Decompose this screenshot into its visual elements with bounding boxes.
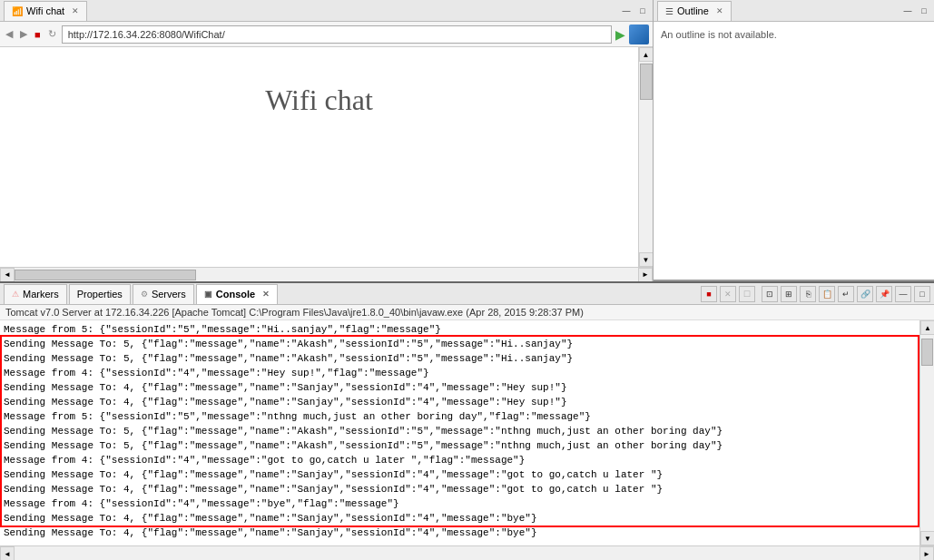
log-line: Message from 5: {"sessionId":"5","messag…	[4, 409, 916, 424]
copy-button[interactable]: ⎘	[800, 286, 816, 302]
outline-tab-icon: ☰	[665, 6, 673, 16]
h-scroll-track[interactable]	[15, 269, 638, 281]
minimize-console-button[interactable]: —	[895, 286, 911, 302]
console-scroll-up[interactable]: ▲	[920, 320, 934, 335]
console-close-button[interactable]: ✕	[262, 290, 270, 299]
log-line: Sending Message To: 4, {"flag":"message"…	[4, 467, 916, 482]
log-line: Sending Message To: 4, {"flag":"message"…	[4, 395, 916, 409]
log-line: Sending Message To: 4, {"flag":"message"…	[4, 511, 916, 526]
browser-icon[interactable]	[629, 25, 649, 44]
disconnect-button[interactable]: ✕	[720, 286, 736, 302]
log-line: Sending Message To: 4, {"flag":"message"…	[4, 482, 916, 496]
console-h-track[interactable]	[15, 546, 919, 560]
restore-button[interactable]: □	[636, 5, 649, 17]
scroll-right-button[interactable]: ►	[638, 268, 653, 282]
browser-tab-bar: 📶 Wifi chat ✕ — □	[0, 0, 653, 22]
back-button[interactable]: ◀	[4, 28, 15, 40]
refresh-button[interactable]: ↻	[46, 28, 58, 40]
paste-button[interactable]: 📋	[819, 286, 835, 302]
console-tab-label: Console	[216, 289, 255, 300]
browser-panel: 📶 Wifi chat ✕ — □ ◀ ▶ ■ ↻ ▶ Wifi chat	[0, 0, 654, 281]
console-container: ⚠ Markers Properties ⚙ Servers ▣ Console…	[0, 281, 934, 560]
console-log-wrapper: Message from 5: {"sessionId":"5","messag…	[0, 320, 934, 545]
scroll-lock-button[interactable]: ⊡	[762, 286, 778, 302]
forward-button[interactable]: ▶	[18, 28, 29, 40]
wifi-chat-tab[interactable]: 📶 Wifi chat ✕	[4, 1, 87, 21]
scroll-up-button[interactable]: ▲	[639, 47, 654, 62]
markers-tab-label: Markers	[23, 289, 59, 300]
log-line: Sending Message To: 4, {"flag":"message"…	[4, 380, 916, 395]
log-line: Sending Message To: 5, {"flag":"message"…	[4, 424, 916, 438]
console-scroll-right[interactable]: ►	[919, 546, 934, 560]
servers-icon: ⚙	[141, 290, 148, 299]
outline-tab[interactable]: ☰ Outline ✕	[657, 1, 732, 21]
page-heading: Wifi chat	[265, 84, 373, 117]
log-line: Message from 4: {"sessionId":"4","messag…	[4, 453, 916, 467]
horizontal-scrollbar[interactable]: ◄ ►	[0, 267, 653, 281]
outline-window-controls: — □	[901, 5, 930, 17]
log-line: Message from 4: {"sessionId":"4","messag…	[4, 366, 916, 380]
console-horizontal-scrollbar[interactable]: ◄ ►	[0, 545, 934, 560]
outline-text: An outline is not available.	[661, 29, 777, 40]
vertical-scrollbar[interactable]: ▲ ▼	[638, 47, 653, 267]
outline-tab-label: Outline	[677, 5, 709, 16]
console-toolbar: ■ ✕ ☐ ⊡ ⊞ ⎘ 📋 ↵ 🔗 📌 — □	[701, 286, 930, 302]
console-tab[interactable]: ▣ Console ✕	[196, 284, 278, 304]
console-scroll-down[interactable]: ▼	[920, 531, 934, 545]
log-line: Sending Message To: 5, {"flag":"message"…	[4, 438, 916, 453]
console-icon: ▣	[204, 290, 212, 299]
h-scroll-thumb[interactable]	[15, 270, 196, 280]
pin-button[interactable]: 📌	[876, 286, 892, 302]
tab-label: Wifi chat	[26, 5, 64, 16]
restore-console-button[interactable]: □	[914, 286, 930, 302]
stop-console-button[interactable]: ■	[701, 286, 717, 302]
outline-panel: ☰ Outline ✕ — □ An outline is not availa…	[654, 0, 934, 280]
log-line: Message from 5: {"sessionId":"5","messag…	[4, 322, 916, 337]
servers-tab[interactable]: ⚙ Servers	[133, 284, 194, 304]
console-scroll-left[interactable]: ◄	[0, 546, 15, 560]
tab-close-button[interactable]: ✕	[72, 6, 79, 15]
window-controls: — □	[620, 5, 649, 17]
stop-button[interactable]: ■	[33, 29, 43, 40]
log-line: Sending Message To: 5, {"flag":"message"…	[4, 337, 916, 351]
minimize-button[interactable]: —	[620, 5, 633, 17]
scroll-left-button[interactable]: ◄	[0, 268, 15, 282]
go-button[interactable]: ▶	[615, 27, 625, 42]
outline-minimize-button[interactable]: —	[901, 5, 914, 17]
outline-tab-bar: ☰ Outline ✕ — □	[654, 0, 934, 22]
console-log[interactable]: Message from 5: {"sessionId":"5","messag…	[0, 320, 919, 545]
console-scroll-thumb[interactable]	[921, 339, 933, 366]
server-info: Tomcat v7.0 Server at 172.16.34.226 [Apa…	[0, 305, 934, 320]
log-line: Sending Message To: 5, {"flag":"message"…	[4, 351, 916, 366]
markers-tab[interactable]: ⚠ Markers	[4, 284, 67, 304]
properties-tab[interactable]: Properties	[69, 284, 131, 304]
clear-button[interactable]: ☐	[739, 286, 755, 302]
outline-content: An outline is not available.	[654, 22, 934, 280]
capture-button[interactable]: ⊞	[781, 286, 797, 302]
markers-icon: ⚠	[12, 290, 19, 299]
url-input[interactable]	[62, 25, 612, 44]
outline-restore-button[interactable]: □	[918, 5, 930, 17]
log-line: Sending Message To: 4, {"flag":"message"…	[4, 526, 916, 540]
log-line: Message from 4: {"sessionId":"4","messag…	[4, 496, 916, 511]
servers-tab-label: Servers	[152, 289, 186, 300]
address-bar: ◀ ▶ ■ ↻ ▶	[0, 22, 653, 47]
outline-close-button[interactable]: ✕	[716, 6, 723, 15]
properties-tab-label: Properties	[77, 289, 123, 300]
wifi-icon: 📶	[12, 6, 23, 16]
browser-content: Wifi chat ▲ ▼ ◄ ►	[0, 47, 653, 281]
scroll-down-button[interactable]: ▼	[639, 252, 654, 267]
console-tab-bar: ⚠ Markers Properties ⚙ Servers ▣ Console…	[0, 283, 934, 305]
format-button[interactable]: ↵	[838, 286, 854, 302]
link-button[interactable]: 🔗	[857, 286, 873, 302]
scroll-thumb[interactable]	[640, 64, 653, 100]
page-content: Wifi chat	[0, 47, 638, 267]
console-vertical-scrollbar[interactable]: ▲ ▼	[919, 320, 934, 545]
